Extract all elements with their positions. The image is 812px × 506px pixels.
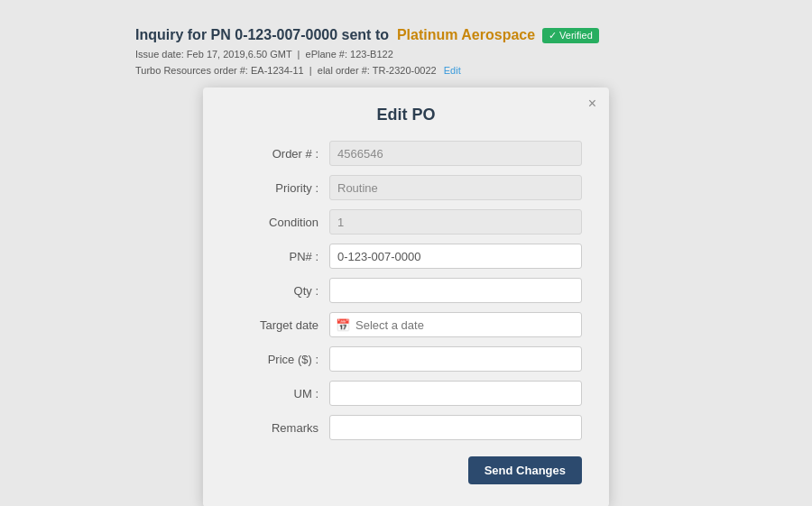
um-label: UM :: [230, 387, 329, 400]
pn-input[interactable]: [329, 244, 582, 269]
inquiry-title: Inquiry for PN 0-123-007-0000 sent to Pl…: [135, 27, 535, 43]
priority-input[interactable]: [329, 175, 582, 200]
inquiry-prefix: Inquiry for PN 0-123-007-0000 sent to: [135, 27, 389, 42]
priority-label: Priority :: [230, 181, 329, 195]
order-input[interactable]: [329, 141, 582, 166]
price-label: Price ($) :: [230, 353, 329, 366]
modal-title: Edit PO: [230, 106, 582, 124]
remarks-label: Remarks: [230, 421, 329, 435]
calendar-icon: 📅: [336, 318, 350, 332]
um-input[interactable]: [329, 381, 582, 406]
eplane-num: ePlane #: 123-B122: [306, 49, 393, 60]
remarks-input[interactable]: [329, 415, 582, 440]
target-date-row: Target date 📅: [230, 312, 582, 337]
order-label: Order # :: [230, 147, 329, 161]
elal-order: elal order #: TR-2320-0022: [318, 65, 437, 76]
verified-badge: ✓ Verified: [542, 28, 599, 43]
edit-link[interactable]: Edit: [444, 65, 461, 76]
company-name: Platinum Aerospace: [397, 27, 535, 42]
priority-row: Priority :: [230, 175, 582, 200]
target-date-input[interactable]: [329, 312, 582, 337]
check-icon: ✓: [549, 30, 557, 41]
pn-row: PN# :: [230, 244, 582, 269]
qty-input[interactable]: [329, 278, 582, 303]
modal-close-button[interactable]: ×: [588, 97, 596, 111]
remarks-row: Remarks: [230, 415, 582, 440]
price-row: Price ($) :: [230, 346, 582, 372]
page-header: Inquiry for PN 0-123-007-0000 sent to Pl…: [135, 27, 677, 78]
qty-label: Qty :: [230, 284, 329, 298]
verified-label: Verified: [559, 30, 593, 41]
pn-label: PN# :: [230, 250, 329, 263]
issue-date: Issue date: Feb 17, 2019,6.50 GMT: [135, 49, 291, 60]
price-input[interactable]: [329, 346, 582, 372]
qty-row: Qty :: [230, 278, 582, 303]
condition-label: Condition: [230, 216, 329, 229]
order-row: Order # :: [230, 141, 582, 166]
um-row: UM :: [230, 381, 582, 406]
date-input-wrapper: 📅: [329, 312, 582, 337]
send-changes-button[interactable]: Send Changes: [468, 456, 582, 484]
edit-po-modal: × Edit PO Order # : Priority : Condition…: [203, 87, 609, 506]
condition-input[interactable]: [329, 209, 582, 235]
header-meta: Issue date: Feb 17, 2019,6.50 GMT | ePla…: [135, 47, 677, 78]
condition-row: Condition: [230, 209, 582, 235]
turbo-order: Turbo Resources order #: EA-1234-11: [135, 65, 304, 76]
target-date-label: Target date: [230, 318, 329, 332]
